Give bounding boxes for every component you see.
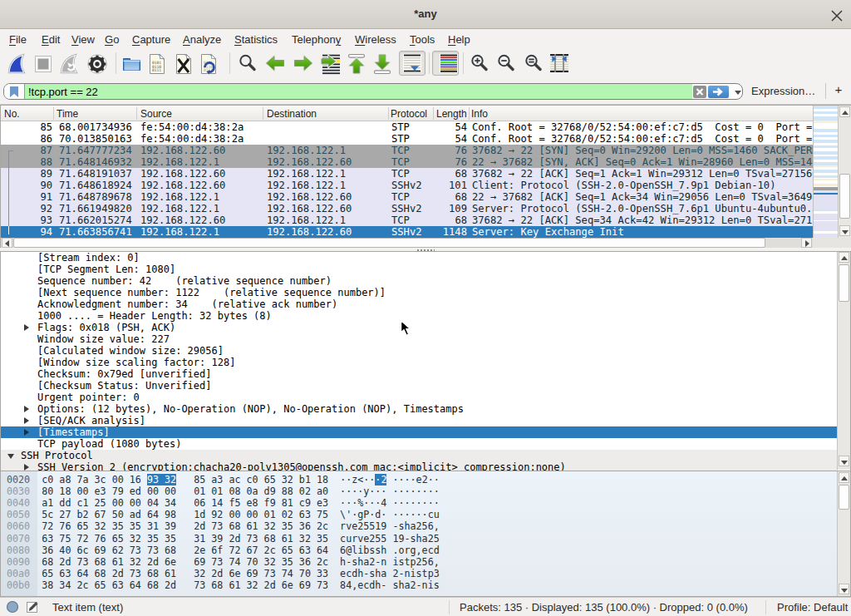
capture-stop-icon[interactable] <box>33 53 53 73</box>
hex-row-0090[interactable]: 0090 68 2d 73 68 61 32 2d 6e 69 73 74 70… <box>7 556 440 568</box>
column-header-time[interactable]: Time <box>57 108 78 120</box>
status-profile[interactable]: Profile: Default <box>777 601 848 614</box>
detail-line[interactable]: SSH Protocol <box>1 450 838 461</box>
reload-file-icon[interactable]: 010101100111 <box>199 53 219 73</box>
scroll-down-button[interactable] <box>839 456 849 466</box>
open-file-icon[interactable] <box>121 53 141 73</box>
go-first-icon[interactable] <box>347 53 366 73</box>
menu-view[interactable]: View <box>71 33 95 46</box>
packet-list-header[interactable]: No.TimeSourceDestinationProtocolLengthIn… <box>1 106 851 121</box>
expander-closed-icon[interactable] <box>24 464 29 471</box>
filter-history-dropdown[interactable] <box>735 91 741 95</box>
detail-line[interactable]: Acknowledgment number: 34 (relative ack … <box>1 298 838 310</box>
detail-line[interactable]: Options: (12 bytes), No-Operation (NOP),… <box>1 403 838 415</box>
close-icon[interactable] <box>829 8 844 23</box>
packet-row-93[interactable]: 9371.662015274192.168.122.60192.168.122.… <box>1 214 813 226</box>
packet-row-86[interactable]: 8670.013850163fe:54:00:d4:38:2aSTP54Conf… <box>1 133 813 145</box>
column-header-source[interactable]: Source <box>140 108 172 120</box>
hex-row-0020[interactable]: 0020 c0 a8 7a 3c 00 16 93 32 85 a3 ac c0… <box>7 474 440 485</box>
detail-line[interactable]: [Timestamps] <box>1 426 838 438</box>
column-header-destination[interactable]: Destination <box>267 108 317 120</box>
detail-line[interactable]: Flags: 0x018 (PSH, ACK) <box>1 322 838 333</box>
packet-bytes-vscrollbar[interactable] <box>837 471 850 596</box>
scroll-thumb[interactable] <box>839 174 850 219</box>
menu-wireless[interactable]: Wireless <box>355 33 396 46</box>
close-file-icon[interactable] <box>175 53 194 73</box>
menu-tools[interactable]: Tools <box>410 33 435 46</box>
hex-row-0050[interactable]: 0050 5c 27 b2 67 50 ad 64 98 1d 92 00 00… <box>7 509 440 520</box>
go-back-icon[interactable] <box>264 53 284 73</box>
expander-open-icon[interactable] <box>7 454 14 459</box>
packet-list-vscrollbar[interactable] <box>838 106 851 238</box>
go-to-packet-icon[interactable] <box>320 53 340 73</box>
zoom-original-icon[interactable] <box>524 53 544 73</box>
packet-row-91[interactable]: 9171.648789678192.168.122.1192.168.122.6… <box>1 191 813 203</box>
scroll-thumb[interactable] <box>839 485 849 510</box>
column-divider[interactable] <box>263 107 263 120</box>
detail-line[interactable]: [Calculated window size: 29056] <box>1 345 838 357</box>
detail-line[interactable]: Sequence number: 42 (relative sequence n… <box>1 275 838 287</box>
filter-apply-button[interactable] <box>708 86 729 98</box>
resize-columns-icon[interactable] <box>549 53 569 73</box>
hex-row-0060[interactable]: 0060 72 76 65 32 35 35 31 39 2d 73 68 61… <box>7 520 440 532</box>
packet-row-85[interactable]: 8568.001734936fe:54:00:d4:38:2aSTP54Conf… <box>1 121 813 133</box>
detail-line[interactable]: Checksum: 0x79ed [unverified] <box>1 368 838 380</box>
save-file-icon[interactable]: 010101100111 <box>148 53 168 73</box>
expander-closed-icon[interactable] <box>24 324 29 331</box>
zoom-in-icon[interactable] <box>470 53 489 73</box>
column-divider[interactable] <box>388 107 389 120</box>
hex-row-0070[interactable]: 0070 63 75 72 76 65 32 35 35 31 39 2d 73… <box>7 533 440 545</box>
packet-row-94[interactable]: 9471.663856741192.168.122.1192.168.122.6… <box>1 226 813 238</box>
capture-options-icon[interactable] <box>86 53 106 73</box>
scroll-thumb[interactable] <box>13 238 765 248</box>
menu-file[interactable]: File <box>9 33 27 46</box>
column-header-no[interactable]: No. <box>4 108 20 120</box>
expression-button[interactable]: Expression… <box>751 85 815 97</box>
column-header-length[interactable]: Length <box>436 108 467 120</box>
scroll-left-button[interactable] <box>2 238 12 248</box>
column-divider[interactable] <box>433 107 434 120</box>
menu-analyze[interactable]: Analyze <box>183 33 221 46</box>
detail-line[interactable]: [Next sequence number: 1122 (relative se… <box>1 287 838 298</box>
detail-line[interactable]: [TCP Segment Len: 1080] <box>1 264 838 275</box>
menu-telephony[interactable]: Telephony <box>292 33 341 46</box>
menu-help[interactable]: Help <box>448 33 470 46</box>
packet-row-89[interactable]: 8971.648191037192.168.122.60192.168.122.… <box>1 168 813 180</box>
scroll-right-button[interactable] <box>801 238 812 248</box>
go-last-icon[interactable] <box>372 53 392 73</box>
hex-row-00a0[interactable]: 00a0 65 63 64 68 2d 73 68 61 32 2d 6e 69… <box>7 568 440 579</box>
hex-row-00b0[interactable]: 00b0 38 34 2c 65 63 64 68 2d 73 68 61 32… <box>7 579 440 591</box>
capture-start-icon[interactable] <box>7 53 27 73</box>
detail-line[interactable]: [SEQ/ACK analysis] <box>1 415 838 426</box>
expander-closed-icon[interactable] <box>24 429 29 436</box>
colorize-icon[interactable] <box>439 53 459 73</box>
column-header-info[interactable]: Info <box>471 108 488 120</box>
scroll-down-button[interactable] <box>839 225 850 236</box>
scroll-up-button[interactable] <box>839 106 850 117</box>
scroll-thumb[interactable] <box>839 264 849 302</box>
detail-line[interactable]: SSH Version 2 (encryption:chacha20-poly1… <box>1 461 838 471</box>
zoom-out-icon[interactable] <box>496 53 516 73</box>
packet-row-90[interactable]: 9071.648618924192.168.122.60192.168.122.… <box>1 180 813 191</box>
menu-capture[interactable]: Capture <box>132 33 170 46</box>
packet-row-92[interactable]: 9271.661949820192.168.122.1192.168.122.6… <box>1 203 813 214</box>
detail-line[interactable]: Urgent pointer: 0 <box>1 392 838 403</box>
display-filter-input[interactable]: !tcp.port == 22 <box>3 83 743 100</box>
filter-value-field[interactable]: !tcp.port == 22 <box>25 84 692 99</box>
scroll-up-button[interactable] <box>839 252 849 263</box>
scroll-up-button[interactable] <box>839 472 849 483</box>
menu-go[interactable]: Go <box>105 33 119 46</box>
column-divider[interactable] <box>136 107 137 120</box>
packet-minimap[interactable] <box>813 106 839 238</box>
hex-row-0040[interactable]: 0040 a1 dd c1 25 00 00 04 34 06 14 f5 e8… <box>7 497 440 509</box>
detail-line[interactable]: [Window size scaling factor: 128] <box>1 357 838 368</box>
filter-bookmark-button[interactable] <box>4 84 25 99</box>
packet-details-vscrollbar[interactable] <box>837 252 850 470</box>
column-header-protocol[interactable]: Protocol <box>391 108 427 120</box>
column-divider[interactable] <box>53 107 54 120</box>
detail-line[interactable]: [Checksum Status: Unverified] <box>1 380 838 392</box>
expert-info-icon[interactable] <box>6 600 19 614</box>
scroll-down-button[interactable] <box>839 584 849 594</box>
column-divider[interactable] <box>469 107 470 120</box>
go-forward-icon[interactable] <box>293 53 312 73</box>
